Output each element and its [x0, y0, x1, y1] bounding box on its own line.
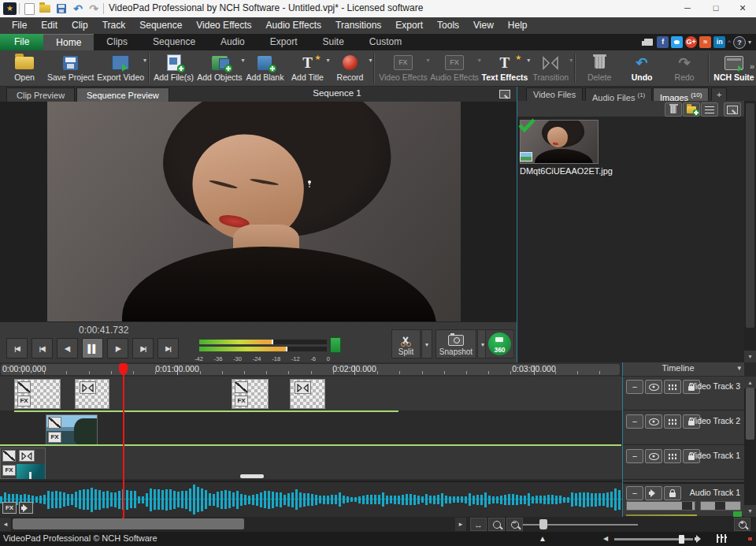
track-resize-handle[interactable]	[240, 474, 264, 478]
tab-custom[interactable]: Custom	[357, 34, 414, 50]
playhead-marker[interactable]	[119, 363, 128, 375]
split-button[interactable]: Split	[391, 329, 421, 358]
toolbar-overflow-icon[interactable]: »	[750, 61, 754, 71]
media-scrollbar[interactable]: ▾	[744, 101, 756, 362]
fx-badge[interactable]: FX	[48, 432, 61, 443]
open-project-button[interactable]	[38, 2, 52, 15]
detach-panel-button[interactable]	[724, 102, 741, 117]
scroll-up-button[interactable]: ▴	[744, 377, 756, 388]
video-track-2-lane[interactable]: FX	[0, 412, 622, 444]
menu-export[interactable]: Export	[388, 17, 430, 34]
googleplus-icon[interactable]: G+	[685, 36, 697, 48]
menu-help[interactable]: Help	[501, 17, 535, 34]
chevron-down-icon[interactable]: ▾	[369, 57, 372, 64]
tab-suite[interactable]: Suite	[309, 34, 356, 50]
tab-export[interactable]: Export	[258, 34, 310, 50]
zoom-fit-button[interactable]: ↔	[470, 518, 487, 531]
collapse-track-button[interactable]: −	[626, 449, 643, 463]
add-objects-button[interactable]: ▾ Add Objects	[195, 50, 243, 86]
fx-badge[interactable]: FX	[17, 396, 31, 407]
menu-file[interactable]: File	[5, 17, 34, 34]
scroll-down-button[interactable]: ▾	[744, 351, 756, 362]
menu-track[interactable]: Track	[95, 17, 133, 34]
menu-audio-effects[interactable]: Audio Effects	[259, 17, 329, 34]
add-title-button[interactable]: T★ ▾ Add Title	[286, 50, 328, 86]
timeline-panel-header[interactable]: Timeline ▾	[622, 362, 744, 376]
redo-button[interactable]: ↷ Redo	[663, 50, 706, 86]
zoom-slider-handle[interactable]	[539, 519, 547, 529]
timeline-tracks[interactable]: FX FX FX	[0, 377, 622, 517]
save-project-button[interactable]	[54, 2, 69, 15]
tab-sequence-preview[interactable]: Sequence Preview	[76, 87, 169, 102]
menu-sequence[interactable]: Sequence	[132, 17, 189, 34]
snapshot-button[interactable]: Snapshot	[435, 329, 476, 358]
close-button[interactable]: ×	[731, 0, 754, 17]
clip-transition[interactable]	[290, 379, 325, 409]
tab-file[interactable]: File	[0, 34, 43, 50]
zoom-out-button[interactable]: −	[506, 518, 523, 531]
twitter-icon[interactable]	[671, 36, 683, 48]
track-visibility-button[interactable]	[645, 414, 662, 429]
like-icon[interactable]	[644, 39, 653, 46]
video-track-1-lane[interactable]: FX	[0, 446, 622, 479]
minimize-button[interactable]: ─	[676, 0, 699, 17]
track-effects-button[interactable]	[664, 380, 681, 394]
collapse-track-button[interactable]: −	[626, 486, 643, 500]
audio-waveform[interactable]	[0, 482, 622, 517]
menu-view[interactable]: View	[466, 17, 501, 34]
clip-fade[interactable]: FX	[232, 379, 269, 409]
timeline-ruler[interactable]: 0:00:00,000 0:01:00.000 0:02:00.000 0:03…	[0, 362, 622, 377]
menu-edit[interactable]: Edit	[34, 17, 65, 34]
add-blank-button[interactable]: Add Blank	[243, 50, 286, 86]
track-lock-button[interactable]	[664, 486, 681, 500]
undo-button[interactable]: ↶ Undo	[621, 50, 663, 86]
export-video-button[interactable]: ▾ Export Video	[95, 50, 146, 86]
track-visibility-button[interactable]	[645, 449, 662, 463]
list-view-button[interactable]	[701, 102, 718, 117]
tab-audio-files[interactable]: Audio Files (1)	[585, 87, 652, 101]
clip-fade[interactable]: FX	[14, 379, 61, 409]
video-track-3-lane[interactable]: FX FX	[0, 377, 622, 410]
menu-tools[interactable]: Tools	[430, 17, 466, 34]
text-effects-button[interactable]: T★ ▾ Text Effects	[480, 50, 530, 86]
record-button[interactable]: ▾ Record	[328, 50, 371, 86]
speaker-icon[interactable]	[695, 535, 705, 543]
forum-icon[interactable]: ≈	[699, 36, 711, 48]
scroll-right-button[interactable]: ▸	[455, 518, 466, 531]
undo-button-titlebar[interactable]: ↶	[71, 2, 85, 15]
go-to-start-button[interactable]: |◀	[6, 338, 28, 358]
volume-min-icon[interactable]: ◀	[603, 535, 608, 542]
delete-button[interactable]: Delete	[578, 50, 621, 86]
open-button[interactable]: Open	[3, 50, 46, 86]
tab-video-files[interactable]: Video Files	[526, 87, 583, 101]
mixer-icon[interactable]	[717, 534, 727, 543]
help-dropdown-icon[interactable]: ▾	[748, 39, 751, 46]
volume-slider-handle[interactable]	[679, 535, 684, 544]
help-icon[interactable]: ?	[733, 36, 746, 49]
clip-transition[interactable]	[75, 379, 109, 409]
add-media-button[interactable]	[683, 102, 700, 117]
pause-button[interactable]: ▌▌	[82, 338, 103, 358]
track-volume-slider[interactable]	[626, 501, 695, 511]
scroll-down-button[interactable]: ▾	[744, 505, 756, 517]
add-bin-tab-button[interactable]: +	[711, 87, 727, 101]
video-effects-button[interactable]: FX ▾ Video Effects	[377, 50, 428, 86]
hscroll-thumb[interactable]	[13, 518, 244, 529]
clip-video[interactable]: FX	[0, 448, 46, 479]
split-dropdown[interactable]: ▾	[421, 329, 432, 358]
step-forward-button[interactable]: |▶	[107, 338, 128, 358]
redo-button-titlebar[interactable]: ↷	[87, 2, 101, 15]
delete-media-button[interactable]	[665, 102, 682, 117]
transition-button[interactable]: ▾ Transition	[529, 50, 572, 86]
tab-audio[interactable]: Audio	[208, 34, 258, 50]
step-back-button[interactable]: ◀|	[57, 338, 78, 358]
facebook-icon[interactable]: f	[657, 36, 669, 48]
track-pan-slider[interactable]	[700, 501, 741, 511]
tab-sequence[interactable]: Sequence	[140, 34, 208, 50]
menu-video-effects[interactable]: Video Effects	[189, 17, 258, 34]
zoom-in-button[interactable]: +	[734, 518, 750, 531]
chevron-down-icon[interactable]: ▾	[143, 57, 146, 64]
scrollbar-thumb[interactable]	[746, 388, 754, 440]
tab-clip-preview[interactable]: Clip Preview	[6, 87, 75, 102]
timeline-scrollbar[interactable]: ▴ ▾	[744, 377, 756, 517]
